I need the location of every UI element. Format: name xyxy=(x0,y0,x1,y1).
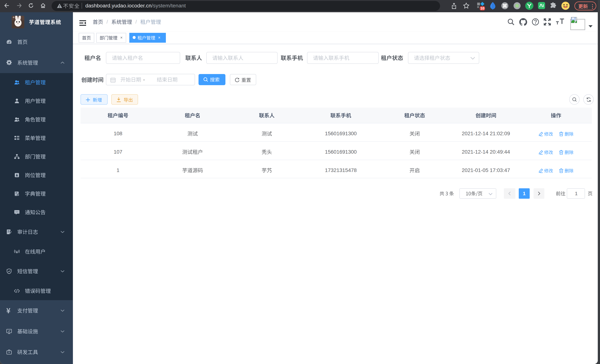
svg-text:10: 10 xyxy=(480,6,484,10)
